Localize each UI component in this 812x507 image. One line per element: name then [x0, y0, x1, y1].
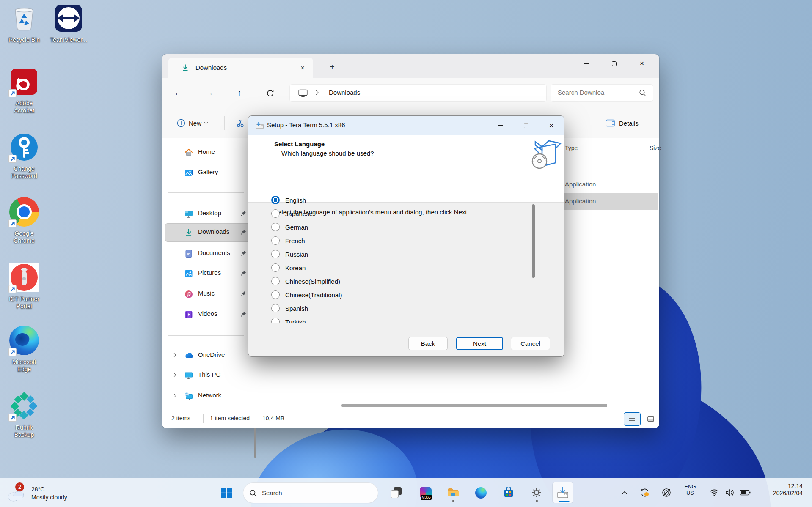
sidebar-item-desktop[interactable]: Desktop — [165, 205, 250, 223]
language-option-chinese-simplified[interactable]: Chinese(Simplified) — [271, 274, 340, 288]
desktop-icon-microsoft-edge[interactable]: Microsoft Edge — [5, 326, 43, 373]
cancel-button[interactable]: Cancel — [511, 337, 550, 350]
language-option-spanish[interactable]: Spanish — [271, 301, 308, 315]
file-explorer-button[interactable] — [443, 482, 463, 503]
next-button[interactable]: Next — [456, 337, 503, 350]
back-button[interactable]: Back — [408, 337, 448, 350]
back-button[interactable]: ← — [171, 86, 185, 100]
start-button[interactable] — [216, 482, 237, 503]
radio-icon[interactable] — [271, 290, 280, 299]
language-option-turkish[interactable]: Turkish — [271, 315, 306, 323]
setup-installer-button[interactable] — [553, 482, 573, 503]
desktop-icon-adobe-acrobat[interactable]: Adobe Acrobat — [5, 67, 43, 114]
language-option-english[interactable]: English — [271, 193, 306, 207]
tray-volume-icon[interactable] — [721, 482, 738, 503]
minimize-button[interactable] — [572, 54, 600, 73]
desktop-icon-teamviewer[interactable]: TeamViewer... — [43, 3, 94, 44]
tray-language-indicator[interactable]: ENG US — [680, 484, 700, 496]
dialog-title: Setup - Tera Term 5.5.1 x86 — [267, 121, 345, 129]
language-option-japanese[interactable]: Japanese — [271, 207, 313, 220]
desktop-icon-label: Rubrik Backup — [5, 424, 43, 438]
shortcut-arrow-icon — [8, 414, 17, 422]
sidebar-item-music[interactable]: Music — [165, 285, 250, 303]
refresh-button[interactable] — [263, 86, 277, 100]
radio-icon[interactable] — [271, 263, 280, 272]
address-bar[interactable]: Downloads — [290, 85, 546, 101]
search-box[interactable]: Search Downloa — [551, 85, 653, 101]
setup-dialog: Setup - Tera Term 5.5.1 x86 × Select Lan… — [248, 116, 564, 356]
desktop-icon-google-chrome[interactable]: Google Chrome — [5, 197, 43, 244]
microsoft-store-button[interactable] — [498, 482, 519, 503]
details-button-label: Details — [619, 120, 639, 127]
new-button[interactable]: New — [173, 115, 213, 131]
list-scrollbar-thumb[interactable] — [532, 204, 535, 278]
radio-icon[interactable] — [271, 277, 280, 285]
radio-icon[interactable] — [271, 236, 280, 245]
sidebar-item-downloads[interactable]: Downloads — [165, 224, 250, 241]
tray-blocked-icon[interactable] — [658, 482, 675, 503]
tray-chevron-up[interactable] — [616, 482, 633, 503]
dialog-minimize-button[interactable] — [488, 116, 513, 135]
settings-button[interactable] — [526, 482, 547, 503]
sidebar-divider — [168, 335, 244, 336]
language-option-korean[interactable]: Korean — [271, 261, 306, 274]
sidebar-item-documents[interactable]: Documents — [165, 245, 250, 263]
details-view-toggle[interactable] — [624, 413, 640, 425]
new-tab-button[interactable]: + — [326, 61, 338, 73]
expand-chevron-icon[interactable] — [172, 373, 176, 377]
tray-battery-icon[interactable] — [736, 482, 754, 503]
m365-copilot-button[interactable]: M365 — [416, 482, 436, 503]
dialog-title-bar[interactable]: Setup - Tera Term 5.5.1 x86 × — [248, 116, 564, 135]
details-button[interactable]: Details — [606, 115, 639, 131]
radio-icon[interactable] — [271, 304, 280, 312]
weather-condition: Mostly cloudy — [31, 494, 67, 501]
desktop-icon-recycle-bin[interactable]: Recycle Bin — [5, 3, 43, 44]
taskbar-search[interactable]: Search — [243, 483, 378, 503]
language-option-russian[interactable]: Russian — [271, 247, 308, 261]
desktop-icon-ict-partner-portal[interactable]: ICT Partner Portal — [5, 263, 43, 310]
dialog-maximize-button[interactable] — [513, 116, 539, 135]
sidebar-item-this-pc[interactable]: This PC — [165, 367, 250, 384]
expand-chevron-icon[interactable] — [172, 394, 176, 398]
horizontal-scrollbar[interactable] — [341, 404, 607, 407]
column-separator[interactable] — [747, 145, 747, 154]
edge-button[interactable] — [471, 482, 491, 503]
large-icons-view-toggle[interactable] — [643, 413, 659, 425]
tray-wifi-icon[interactable] — [706, 482, 723, 503]
radio-icon[interactable] — [271, 209, 280, 218]
radio-icon[interactable] — [271, 223, 280, 231]
cut-button[interactable] — [233, 115, 248, 131]
tray-clock[interactable]: 12:14 2026/02/04 — [773, 482, 803, 497]
desktop-icon-rubrik-backup[interactable]: Rubrik Backup — [5, 391, 43, 438]
column-header-type[interactable]: Type — [565, 145, 578, 151]
language-option-french[interactable]: French — [271, 234, 305, 247]
maximize-button[interactable] — [600, 54, 628, 73]
desktop-icon-change-password[interactable]: Change Password — [5, 132, 43, 180]
weather-widget[interactable]: 2 28°C Mostly cloudy — [6, 482, 103, 504]
language-option-german[interactable]: German — [271, 220, 308, 234]
forward-button[interactable]: → — [202, 86, 217, 100]
close-button[interactable]: × — [628, 54, 656, 73]
sidebar-item-gallery[interactable]: Gallery — [165, 164, 250, 182]
column-header-size[interactable]: Size — [650, 145, 661, 151]
radio-icon[interactable] — [271, 318, 280, 323]
sidebar-item-network[interactable]: Network — [165, 387, 250, 405]
sidebar-item-home[interactable]: Home — [165, 144, 250, 162]
task-view-button[interactable] — [386, 482, 406, 503]
expand-chevron-icon[interactable] — [172, 353, 176, 357]
sidebar-item-label: Pictures — [198, 269, 221, 276]
radio-icon[interactable] — [271, 250, 280, 258]
desktop-icon — [184, 209, 193, 219]
tray-sync-icon[interactable] — [636, 482, 654, 503]
sidebar-item-pictures[interactable]: Pictures — [165, 265, 250, 282]
search-icon — [249, 489, 257, 497]
up-button[interactable]: ↑ — [232, 86, 247, 100]
tab-close-icon[interactable]: × — [297, 63, 308, 74]
sidebar-item-videos[interactable]: Videos — [165, 306, 250, 323]
language-option-chinese-traditional[interactable]: Chinese(Traditional) — [271, 288, 342, 301]
dialog-close-button[interactable]: × — [539, 116, 564, 135]
toolbar-separator — [224, 116, 225, 130]
explorer-tab-downloads[interactable]: Downloads × — [168, 58, 313, 78]
sidebar-item-onedrive[interactable]: OneDrive — [165, 347, 250, 364]
radio-selected-icon[interactable] — [271, 196, 280, 204]
